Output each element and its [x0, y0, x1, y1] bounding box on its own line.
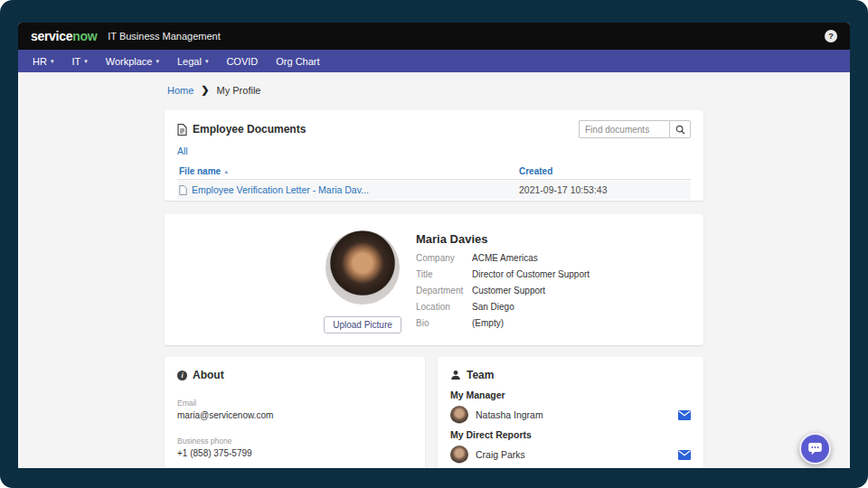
field-value: ACME Americas — [472, 254, 538, 263]
chevron-down-icon: ▾ — [84, 58, 88, 65]
documents-card-title: Employee Documents — [193, 123, 306, 136]
nav-item-hr[interactable]: HR ▾ — [24, 50, 62, 72]
nav-item-label: COVID — [226, 56, 258, 67]
document-link[interactable]: Employee Verification Letter - Maria Dav… — [192, 184, 369, 195]
email-value: maria@servicenow.com — [177, 410, 412, 420]
info-icon: i — [177, 371, 187, 380]
my-manager-heading: My Manager — [450, 389, 691, 400]
main-nav: HR ▾ IT ▾ Workplace ▾ Legal ▾ COVID Org … — [18, 50, 850, 72]
nav-item-label: Legal — [177, 56, 202, 67]
chevron-down-icon: ▾ — [156, 58, 159, 65]
search-input[interactable] — [579, 120, 669, 138]
column-label: Created — [519, 166, 552, 176]
chevron-down-icon: ▾ — [51, 58, 54, 65]
about-card-title: About — [193, 369, 224, 381]
employee-documents-card: Employee Documents All — [165, 110, 703, 201]
team-member-manager: Natasha Ingram — [450, 406, 691, 424]
about-field-email: Email maria@servicenow.com — [177, 399, 412, 420]
mail-icon[interactable] — [678, 410, 691, 420]
document-search — [579, 120, 691, 138]
document-icon — [177, 124, 187, 136]
nav-item-org-chart[interactable]: Org Chart — [267, 50, 328, 72]
nav-item-label: HR — [33, 56, 47, 67]
team-card-title: Team — [467, 369, 494, 381]
table-row[interactable]: Employee Verification Letter - Maria Dav… — [177, 180, 691, 200]
logo-service-text: service — [31, 29, 72, 43]
column-header-file-name[interactable]: File name ▲ — [179, 166, 519, 176]
team-card: Team My Manager Natasha Ingram My Direct… — [438, 357, 703, 468]
chat-button[interactable] — [799, 433, 831, 465]
column-label: File name — [179, 166, 221, 176]
profile-field-department: Department Customer Support — [416, 286, 687, 296]
nav-item-workplace[interactable]: Workplace ▾ — [97, 50, 168, 72]
nav-item-label: Workplace — [106, 56, 153, 67]
servicenow-logo: servicenow — [31, 29, 97, 43]
filter-all-link[interactable]: All — [177, 145, 188, 156]
person-icon — [450, 370, 461, 380]
breadcrumb-home-link[interactable]: Home — [167, 85, 193, 96]
help-icon[interactable]: ? — [825, 30, 837, 42]
nav-item-legal[interactable]: Legal ▾ — [168, 50, 217, 72]
nav-item-label: Org Chart — [276, 56, 319, 67]
mail-icon[interactable] — [678, 450, 691, 460]
profile-name: Maria Davies — [416, 232, 687, 246]
field-value: Director of Customer Support — [472, 270, 590, 279]
member-name-link[interactable]: Natasha Ingram — [476, 409, 671, 420]
breadcrumb: Home ❯ My Profile — [165, 84, 703, 96]
field-value: Customer Support — [472, 286, 545, 296]
file-icon — [179, 185, 187, 195]
field-label: Location — [416, 303, 472, 312]
documents-table: File name ▲ Created — [177, 164, 691, 200]
field-label: Title — [416, 270, 472, 279]
content-area: Home ❯ My Profile Employee Documents — [18, 72, 850, 468]
nav-item-label: IT — [71, 56, 80, 67]
profile-field-company: Company ACME Americas — [416, 254, 687, 263]
chevron-right-icon: ❯ — [201, 84, 209, 96]
profile-field-bio: Bio (Empty) — [416, 319, 687, 328]
avatar — [450, 446, 468, 464]
search-icon — [675, 125, 685, 135]
app-window: servicenow IT Business Management ? HR ▾… — [18, 23, 850, 468]
about-card: i About Email maria@servicenow.com Busin… — [165, 357, 425, 468]
avatar — [450, 406, 468, 424]
product-title: IT Business Management — [108, 31, 221, 42]
field-value: (Empty) — [472, 319, 504, 328]
column-header-created[interactable]: Created — [519, 166, 689, 176]
breadcrumb-current: My Profile — [217, 85, 261, 96]
table-header-row: File name ▲ Created — [177, 164, 691, 180]
profile-field-title: Title Director of Customer Support — [416, 270, 687, 279]
direct-reports-heading: My Direct Reports — [450, 429, 691, 440]
nav-item-covid[interactable]: COVID — [217, 50, 267, 72]
search-button[interactable] — [669, 120, 691, 138]
field-label: Bio — [416, 319, 472, 328]
page: servicenow IT Business Management ? HR ▾… — [0, 0, 868, 488]
upload-picture-button[interactable]: Upload Picture — [324, 316, 401, 333]
field-label: Email — [177, 399, 412, 408]
sort-ascending-icon: ▲ — [223, 169, 229, 174]
team-member-report: Craig Parks — [450, 446, 691, 464]
nav-item-it[interactable]: IT ▾ — [62, 50, 96, 72]
profile-card: Upload Picture Maria Davies Company ACME… — [165, 214, 703, 345]
field-value: San Diego — [472, 303, 514, 312]
member-name-link[interactable]: Craig Parks — [476, 449, 671, 460]
field-label: Business phone — [177, 436, 412, 446]
chat-icon — [807, 442, 823, 456]
about-field-business-phone: Business phone +1 (858) 375-5799 — [177, 436, 412, 458]
logo-now-text: now — [72, 29, 97, 43]
profile-field-location: Location San Diego — [416, 303, 687, 312]
field-label: Company — [416, 254, 472, 263]
field-label: Department — [416, 286, 472, 296]
created-value: 2021-09-17 10:53:43 — [519, 184, 689, 195]
top-header-bar: servicenow IT Business Management ? — [18, 23, 850, 50]
chevron-down-icon: ▾ — [205, 58, 209, 65]
phone-value: +1 (858) 375-5799 — [177, 448, 412, 458]
profile-avatar — [326, 230, 400, 305]
